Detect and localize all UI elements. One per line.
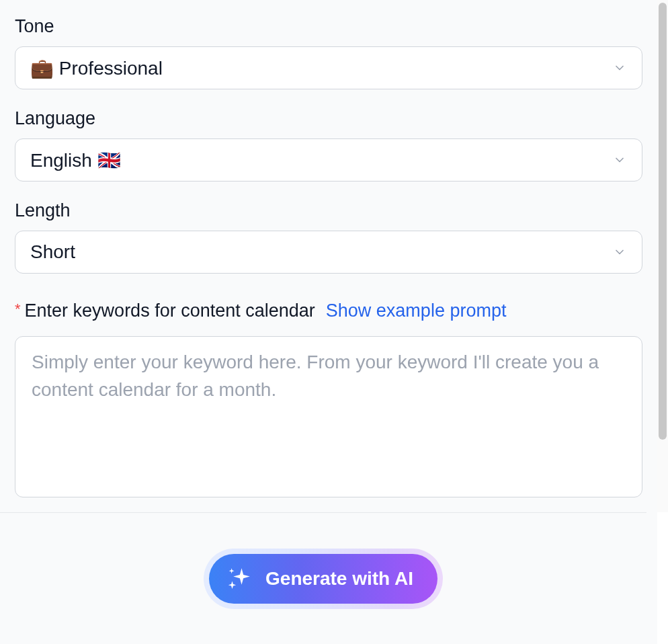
length-select-value: Short	[30, 241, 75, 263]
required-indicator: *	[15, 300, 21, 317]
generate-button-label: Generate with AI	[265, 568, 413, 590]
length-label: Length	[15, 200, 642, 221]
length-field: Length Short	[15, 200, 642, 274]
length-select[interactable]: Short	[15, 231, 642, 274]
tone-label: Tone	[15, 16, 642, 37]
language-field: Language English 🇬🇧	[15, 108, 642, 182]
show-example-link[interactable]: Show example prompt	[326, 300, 507, 321]
language-select[interactable]: English 🇬🇧	[15, 138, 642, 182]
footer-bar: Generate with AI	[0, 512, 646, 644]
generate-with-ai-button[interactable]: Generate with AI	[209, 554, 437, 604]
keywords-label: Enter keywords for content calendar	[25, 300, 315, 321]
sparkle-icon	[225, 565, 253, 593]
tone-field: Tone 💼 Professional	[15, 16, 642, 89]
form-scroll-area: Tone 💼 Professional Language English 🇬🇧 …	[0, 0, 657, 512]
chevron-down-icon	[612, 153, 627, 167]
language-select-value: English 🇬🇧	[30, 149, 121, 171]
scrollbar-track[interactable]	[657, 0, 668, 512]
scrollbar-thumb[interactable]	[659, 3, 667, 440]
keywords-textarea[interactable]	[32, 349, 626, 485]
tone-select-value: 💼 Professional	[30, 57, 163, 79]
keywords-label-row: *Enter keywords for content calendar Sho…	[15, 300, 642, 321]
chevron-down-icon	[612, 61, 627, 75]
generate-button-halo: Generate with AI	[204, 549, 443, 609]
keywords-textarea-wrap	[15, 336, 642, 497]
language-label: Language	[15, 108, 642, 129]
chevron-down-icon	[612, 245, 627, 259]
tone-select[interactable]: 💼 Professional	[15, 46, 642, 89]
